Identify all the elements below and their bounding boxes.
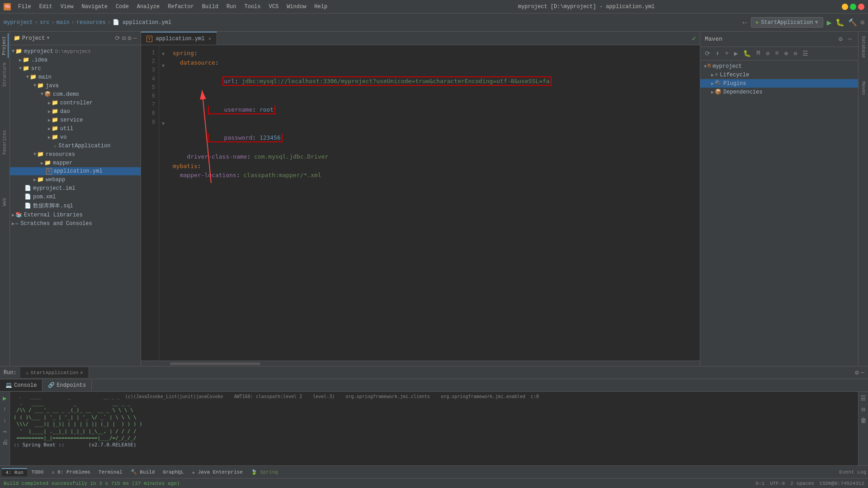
bottom-terminal-tab[interactable]: Terminal — [95, 469, 126, 476]
run-restart[interactable]: ▶ — [2, 394, 7, 403]
tree-item-src[interactable]: ▼ 📁 src — [10, 64, 141, 73]
maven-download[interactable]: ⬇ — [714, 49, 721, 58]
bottom-todo-tab[interactable]: TODO — [28, 469, 47, 476]
run-button[interactable]: ▶ — [827, 18, 832, 28]
breadcrumb-resources[interactable]: resources — [76, 19, 106, 26]
bottom-build-tab[interactable]: 🔨 Build — [127, 468, 159, 476]
menu-run[interactable]: Run — [223, 3, 240, 11]
maven-skip-tests[interactable]: ⊘ — [764, 49, 771, 58]
bottom-java-enterprise-tab[interactable]: ☕ Java Enterprise — [189, 468, 246, 476]
run-config-selector[interactable]: ▶ StartApplication ▼ — [751, 17, 823, 28]
bottom-spring-tab[interactable]: 🍃 Spring — [247, 468, 282, 476]
run-side-btn3[interactable]: 🗑 — [859, 416, 868, 425]
menu-file[interactable]: File — [14, 3, 35, 11]
tab-appyml[interactable]: Y application.yml ✕ — [141, 32, 217, 45]
tree-item-ext-libs[interactable]: ▶ 📚 External Libraries — [10, 211, 141, 219]
tree-item-scratches[interactable]: ▶ ✏ Scratches and Consoles — [10, 219, 141, 228]
settings-toolbar-button[interactable]: ⚙ — [861, 19, 864, 26]
bottom-graphql-tab[interactable]: GraphQL — [159, 469, 187, 476]
menu-build[interactable]: Build — [198, 3, 222, 11]
tree-item-pom[interactable]: 📄 pom.xml — [10, 192, 141, 201]
tree-item-dao[interactable]: ▶ 📁 dao — [10, 107, 141, 116]
breadcrumb-main[interactable]: main — [57, 19, 70, 26]
tree-item-startapp[interactable]: ☕ StartApplication — [10, 141, 141, 150]
web-tab[interactable]: Web — [1, 195, 8, 209]
minimize-button[interactable] — [842, 4, 848, 10]
maximize-button[interactable] — [850, 4, 856, 10]
tab-console[interactable]: 💻 Console — [0, 380, 42, 391]
tree-item-myproject[interactable]: ▼ 📁 myproject D:\myproject — [10, 47, 141, 56]
maven-item-lifecycle[interactable]: ▶ ⚡ Lifecycle — [700, 70, 858, 79]
breadcrumb-src[interactable]: src — [40, 19, 50, 26]
database-tab[interactable]: Database — [860, 33, 867, 61]
tree-item-idea[interactable]: ▶ 📁 .idea — [10, 56, 141, 64]
menu-vcs[interactable]: VCS — [265, 3, 283, 11]
run-print[interactable]: 🖨 — [1, 438, 9, 447]
editor-scrollbar[interactable] — [141, 361, 700, 366]
bottom-problems-tab[interactable]: ⚠ 6: Problems — [48, 468, 94, 476]
menu-view[interactable]: View — [57, 3, 77, 11]
tree-item-appyml[interactable]: Y application.yml — [10, 167, 141, 175]
sync-button[interactable]: ⟳ — [115, 34, 120, 42]
maven-item-plugins[interactable]: ▶ 🔌 Plugins — [700, 79, 858, 88]
tree-item-service[interactable]: ▶ 📁 service — [10, 116, 141, 124]
breadcrumb-myproject[interactable]: myproject — [4, 19, 33, 26]
tab-close-button[interactable]: ✕ — [208, 36, 212, 42]
maven-group[interactable]: ☰ — [801, 49, 810, 58]
tree-item-java[interactable]: ▼ 📁 java — [10, 81, 141, 90]
menu-help[interactable]: Help — [311, 3, 331, 11]
maven-debug[interactable]: 🐛 — [741, 49, 753, 58]
settings-button[interactable]: ⚙ — [127, 34, 131, 42]
debug-button[interactable]: 🐛 — [835, 18, 844, 27]
close-button[interactable] — [858, 4, 864, 10]
breadcrumb-file[interactable]: 📄 application.yml — [113, 19, 171, 26]
tree-item-util[interactable]: ▶ 📁 util — [10, 124, 141, 133]
maven-toggle[interactable]: M — [755, 49, 762, 58]
menu-tools[interactable]: Tools — [241, 3, 264, 11]
tree-item-com-demo[interactable]: ▼ 📦 com.demo — [10, 90, 141, 99]
run-scroll-up[interactable]: ↑ — [2, 405, 7, 414]
hide-button[interactable]: — — [133, 34, 137, 42]
menu-code[interactable]: Code — [112, 3, 132, 11]
structure-tab[interactable]: Structure — [1, 60, 8, 89]
scrollbar-thumb[interactable] — [170, 362, 260, 365]
project-tab[interactable]: Project — [1, 33, 9, 58]
maven-hide-button[interactable]: — — [846, 34, 854, 44]
favorites-tab[interactable]: Favorites — [1, 127, 8, 157]
menu-refactor[interactable]: Refactor — [164, 3, 198, 11]
tree-item-controller[interactable]: ▶ 📁 controller — [10, 99, 141, 107]
maven-item-dependencies[interactable]: ▶ 📦 Dependencies — [700, 88, 858, 96]
tab-endpoints[interactable]: 🔗 Endpoints — [42, 380, 92, 391]
run-wrap[interactable]: ⇝ — [2, 427, 7, 436]
maven-collapse[interactable]: ⊖ — [792, 49, 799, 58]
tree-item-mapper[interactable]: ▶ 📁 mapper — [10, 159, 141, 167]
menu-analyze[interactable]: Analyze — [133, 3, 163, 11]
maven-item-myproject[interactable]: ▼ M myproject — [700, 62, 858, 70]
run-settings[interactable]: ⚙ — [855, 369, 859, 376]
run-scroll-down[interactable]: ↓ — [2, 416, 7, 425]
maven-side-tab[interactable]: Maven — [860, 79, 867, 98]
tree-item-iml[interactable]: 📄 myproject.iml — [10, 184, 141, 192]
maven-run[interactable]: ▶ — [732, 49, 740, 58]
maven-tree-view[interactable]: ≡ — [773, 49, 780, 58]
bottom-run-tab[interactable]: 4: Run — [2, 468, 27, 476]
build-button[interactable]: 🔨 — [848, 18, 857, 27]
code-area[interactable]: spring: datasource: url: jdbc:mysql://lo… — [167, 45, 700, 361]
maven-settings-button[interactable]: ⚙ — [837, 34, 844, 44]
tree-item-resources[interactable]: ▼ 📁 resources — [10, 150, 141, 159]
code-checkmark[interactable]: ✓ — [692, 34, 696, 43]
menu-navigate[interactable]: Navigate — [78, 3, 111, 11]
run-side-btn2[interactable]: ⊟ — [860, 405, 866, 414]
menu-window[interactable]: Window — [283, 3, 310, 11]
collapse-button[interactable]: ⊟ — [122, 34, 126, 42]
run-hide[interactable]: — — [861, 369, 864, 376]
menu-edit[interactable]: Edit — [36, 3, 56, 11]
tree-item-main[interactable]: ▼ 📁 main — [10, 73, 141, 81]
maven-add[interactable]: + — [723, 49, 730, 58]
tree-item-webapp[interactable]: ▶ 📁 webapp — [10, 175, 141, 184]
bottom-event-log[interactable]: Event Log — [840, 469, 866, 475]
back-button[interactable]: ← — [742, 18, 747, 27]
tree-item-sql[interactable]: 📄 数据库脚本.sql — [10, 201, 141, 211]
maven-refresh[interactable]: ⟳ — [703, 49, 712, 58]
run-side-btn1[interactable]: ☰ — [859, 394, 867, 403]
